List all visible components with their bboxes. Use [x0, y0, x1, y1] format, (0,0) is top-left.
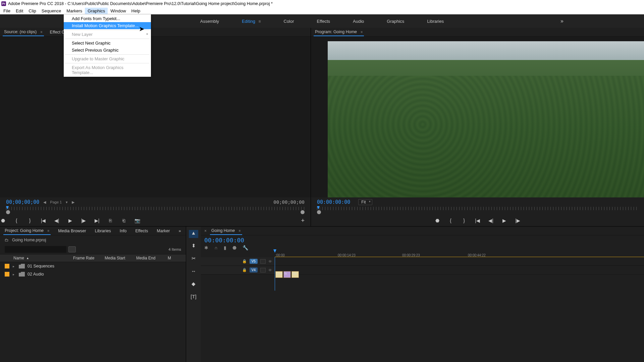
button-editor-icon[interactable]: + [301, 217, 305, 224]
workspace-libraries[interactable]: Libraries [424, 17, 447, 26]
add-marker-icon[interactable]: ▮ [224, 245, 226, 250]
tool-selection-icon[interactable]: ▲ [189, 230, 198, 238]
marker-icon[interactable]: ⬣ [232, 245, 236, 250]
menu-sequence[interactable]: Sequence [39, 8, 64, 14]
menu-export-mogrt[interactable]: Export As Motion Graphics Template... [64, 64, 151, 76]
hamburger-icon[interactable]: ≡ [258, 19, 261, 24]
scrub-handle-icon[interactable] [6, 210, 10, 214]
menu-select-next-graphic[interactable]: Select Next Graphic [64, 40, 151, 47]
mark-out-icon[interactable]: } [461, 218, 467, 223]
eye-icon[interactable]: 👁 [268, 268, 272, 272]
hamburger-icon[interactable]: ≡ [48, 229, 50, 233]
column-media-start[interactable]: Media Start [105, 256, 136, 260]
workspace-color[interactable]: Color [280, 17, 298, 26]
step-forward-icon[interactable]: |▶ [80, 218, 87, 223]
track-output-toggle[interactable] [260, 268, 266, 273]
scrub-handle-icon[interactable] [317, 210, 321, 214]
workspace-assembly[interactable]: Assembly [197, 17, 222, 26]
export-frame-icon[interactable]: 📷 [134, 218, 140, 223]
tool-slip-icon[interactable]: ◆ [189, 281, 198, 289]
tab-source[interactable]: Source: (no clips) ≡ [3, 28, 44, 36]
tool-type-icon[interactable]: [T] [189, 294, 198, 302]
step-forward-icon[interactable]: |▶ [515, 218, 521, 223]
hamburger-icon[interactable]: ≡ [41, 30, 43, 34]
menu-upgrade-master[interactable]: Upgrade to Master Graphic [64, 55, 151, 62]
eye-icon[interactable]: 👁 [268, 259, 272, 263]
menu-clip[interactable]: Clip [26, 8, 39, 14]
menu-window[interactable]: Window [108, 8, 128, 14]
snap-icon[interactable]: ✱ [204, 245, 208, 250]
menu-markers[interactable]: Markers [64, 8, 85, 14]
tab-program[interactable]: Program: Going Home ≡ [314, 28, 364, 36]
menu-select-prev-graphic[interactable]: Select Previous Graphic [64, 47, 151, 54]
source-scrub-bar[interactable] [0, 207, 311, 215]
mark-out-icon[interactable]: } [27, 218, 33, 223]
tool-track-select-icon[interactable]: ⬍ [189, 243, 198, 251]
tab-marker[interactable]: Marker [156, 227, 171, 235]
program-timecode-current[interactable]: 00:00:00:00 [317, 199, 350, 205]
timeline-clip[interactable]: Cros [275, 271, 283, 278]
goto-out-icon[interactable]: ▶| [94, 218, 100, 223]
step-back-icon[interactable]: ◀| [54, 218, 60, 223]
timeline-clip[interactable]: fx [283, 271, 291, 278]
linked-selection-icon[interactable]: ∩ [214, 245, 218, 250]
tab-effects[interactable]: Effects [134, 227, 150, 235]
timeline-playhead-icon[interactable] [273, 249, 276, 253]
timeline-timecode[interactable]: 00:00:00:00 [204, 237, 248, 244]
workspace-effects[interactable]: Effects [314, 17, 334, 26]
column-name[interactable]: Name ▲ [13, 256, 73, 260]
menu-new-layer[interactable]: New Layer ▸ [64, 31, 151, 38]
close-sequence-icon[interactable]: × [204, 229, 207, 233]
project-row[interactable]: ▸ 02 Audio [0, 270, 186, 278]
timeline-ruler[interactable]: :00:00 00:00:14:23 00:00:29:23 00:00:44:… [201, 250, 644, 257]
column-media-end[interactable]: Media End [136, 256, 168, 260]
mark-in-icon[interactable]: { [13, 218, 19, 223]
workspace-editing[interactable]: Editing ≡ [238, 17, 264, 26]
menu-add-fonts[interactable]: Add Fonts from Typekit... [64, 15, 151, 22]
source-timecode-current[interactable]: 00;00;00;00 [6, 199, 39, 205]
page-dropdown-icon[interactable]: ▾ [66, 200, 68, 204]
track-output-toggle[interactable] [260, 259, 266, 264]
menu-file[interactable]: File [1, 8, 13, 14]
column-frame-rate[interactable]: Frame Rate [73, 256, 105, 260]
add-marker-icon[interactable]: ⬣ [434, 218, 440, 223]
page-next-icon[interactable]: ▶ [72, 200, 74, 204]
scrub-handle-end-icon[interactable] [301, 210, 305, 214]
tabs-overflow-icon[interactable]: » [177, 227, 182, 235]
play-icon[interactable]: ▶ [501, 218, 507, 223]
play-icon[interactable]: ▶ [67, 218, 73, 223]
settings-icon[interactable]: 🔧 [243, 245, 248, 250]
lock-icon[interactable]: 🔒 [242, 259, 247, 263]
project-search-input[interactable] [5, 246, 66, 253]
menu-install-mogrt[interactable]: Install Motion Graphics Template... [64, 22, 151, 29]
workspace-audio[interactable]: Audio [350, 17, 367, 26]
track-label[interactable]: V4 [250, 267, 258, 273]
add-marker-icon[interactable]: ⬣ [0, 218, 6, 223]
page-label[interactable]: Page 1 [50, 200, 62, 204]
menu-help[interactable]: Help [129, 8, 143, 14]
tool-razor-icon[interactable]: ↔ [189, 268, 198, 276]
source-monitor[interactable] [0, 37, 311, 197]
workspace-overflow-icon[interactable]: » [560, 18, 564, 24]
lock-icon[interactable]: 🔒 [242, 268, 247, 272]
hamburger-icon[interactable]: ≡ [361, 30, 363, 34]
overwrite-icon[interactable]: ⎗ [121, 218, 127, 223]
project-row[interactable]: ▸ 01 Sequences [0, 262, 186, 270]
tab-project[interactable]: Project: Going Home ≡ [3, 227, 51, 235]
menu-edit[interactable]: Edit [13, 8, 26, 14]
step-back-icon[interactable]: ◀| [488, 218, 494, 223]
tool-ripple-edit-icon[interactable]: ✂ [189, 255, 198, 263]
insert-icon[interactable]: ⎘ [107, 218, 113, 223]
zoom-fit-dropdown[interactable]: Fit [358, 199, 372, 205]
goto-in-icon[interactable]: |◀ [40, 218, 46, 223]
new-bin-icon[interactable] [68, 246, 76, 252]
hamburger-icon[interactable]: ≡ [239, 229, 241, 233]
track-label[interactable]: V5 [250, 259, 258, 264]
expand-icon[interactable]: ▸ [13, 264, 17, 268]
mark-in-icon[interactable]: { [448, 218, 454, 223]
workspace-graphics[interactable]: Graphics [383, 17, 408, 26]
tab-libraries[interactable]: Libraries [94, 227, 112, 235]
menu-graphics[interactable]: Graphics [85, 8, 108, 14]
tab-media-browser[interactable]: Media Browser [57, 227, 87, 235]
tab-info[interactable]: Info [118, 227, 128, 235]
